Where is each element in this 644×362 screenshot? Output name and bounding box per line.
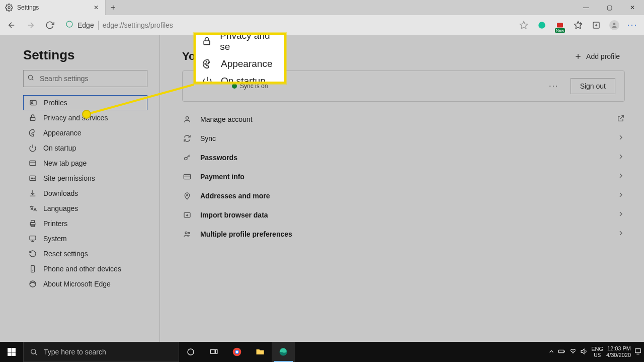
divider — [98, 21, 99, 30]
settings-row-manage-account[interactable]: Manage account — [182, 110, 625, 129]
close-window-button[interactable]: ✕ — [621, 0, 644, 15]
sidebar-item-label: Appearance — [43, 129, 82, 137]
key-icon — [182, 154, 192, 162]
callout-dot — [82, 110, 91, 119]
sidebar-item-new-tab-page[interactable]: New tab page — [23, 156, 147, 171]
avatar-icon — [609, 20, 619, 30]
svg-point-1 — [66, 21, 72, 27]
refresh-button[interactable] — [41, 17, 58, 34]
tab-title: Settings — [17, 4, 92, 11]
sidebar-item-phone-and-other-devices[interactable]: Phone and other devices — [23, 261, 147, 276]
lang-code[interactable]: ENG — [591, 346, 603, 352]
people-icon — [182, 230, 192, 238]
minimize-button[interactable]: — — [575, 0, 598, 15]
svg-rect-62 — [635, 349, 641, 353]
address-bar[interactable]: Edge edge://settings/profiles — [60, 18, 513, 33]
browser-toolbar: Edge edge://settings/profiles New ··· — [0, 15, 644, 35]
svg-point-52 — [188, 349, 194, 355]
sign-out-button[interactable]: Sign out — [571, 78, 615, 94]
back-button[interactable] — [3, 17, 20, 34]
svg-rect-16 — [30, 117, 35, 120]
edge-taskbar-icon[interactable] — [272, 342, 295, 362]
forward-button[interactable] — [22, 17, 39, 34]
svg-point-3 — [538, 22, 545, 29]
settings-row-payment-info[interactable]: Payment info — [182, 167, 625, 186]
settings-row-multiple-profile-preferences[interactable]: Multiple profile preferences — [182, 225, 625, 244]
row-label: Multiple profile preferences — [200, 230, 292, 238]
cortana-icon[interactable] — [179, 342, 202, 362]
search-input[interactable] — [23, 70, 147, 87]
more-menu-button[interactable]: ··· — [624, 17, 641, 34]
settings-row-addresses-and-more[interactable]: Addresses and more — [182, 186, 625, 205]
sidebar-item-languages[interactable]: Languages — [23, 201, 147, 216]
svg-point-12 — [28, 75, 32, 79]
sidebar-item-label: Printers — [43, 220, 67, 228]
volume-icon[interactable] — [580, 347, 588, 356]
lang-region[interactable]: US — [594, 352, 601, 358]
close-tab-button[interactable]: ✕ — [92, 4, 100, 12]
lock-icon — [28, 113, 37, 122]
maximize-button[interactable]: ▢ — [598, 0, 621, 15]
card-icon — [182, 173, 192, 181]
settings-row-import-browser-data[interactable]: Import browser data — [182, 205, 625, 225]
chevron-right-icon — [617, 229, 625, 239]
extension-lastpass-icon[interactable]: New — [551, 17, 569, 34]
tray-chevron-icon[interactable] — [548, 348, 555, 356]
browser-tab[interactable]: Settings ✕ — [0, 0, 106, 15]
taskbar-search[interactable]: Type here to search — [23, 342, 179, 362]
chevron-right-icon — [617, 172, 625, 182]
svg-rect-38 — [184, 174, 190, 179]
profile-more-button[interactable]: ··· — [546, 82, 561, 91]
svg-rect-18 — [30, 161, 36, 165]
svg-point-43 — [188, 232, 190, 234]
notifications-icon[interactable] — [634, 347, 642, 356]
sidebar-item-reset-settings[interactable]: Reset settings — [23, 246, 147, 261]
row-label: Addresses and more — [200, 192, 270, 200]
clock[interactable]: 12:03 PM 4/30/2020 — [606, 345, 631, 358]
sidebar-item-downloads[interactable]: Downloads — [23, 186, 147, 201]
chrome-icon[interactable] — [225, 342, 249, 362]
taskview-icon[interactable] — [202, 342, 225, 362]
system-icon — [28, 234, 37, 243]
sidebar-item-site-permissions[interactable]: Site permissions — [23, 171, 147, 186]
import-icon — [182, 211, 192, 219]
battery-icon[interactable] — [558, 347, 566, 356]
sync-icon — [182, 134, 192, 142]
sidebar-item-about-microsoft-edge[interactable]: About Microsoft Edge — [23, 276, 147, 292]
favorite-star-icon[interactable] — [515, 17, 532, 34]
start-button[interactable] — [0, 342, 23, 362]
favorites-button[interactable] — [570, 17, 587, 34]
edge-icon — [28, 279, 37, 288]
sidebar-item-printers[interactable]: Printers — [23, 216, 147, 231]
sidebar-item-appearance[interactable]: Appearance — [23, 125, 147, 140]
collections-button[interactable] — [588, 17, 605, 34]
profile-button[interactable] — [606, 17, 623, 34]
callout-row-3: On startup — [221, 76, 266, 84]
new-tab-button[interactable]: + — [106, 0, 121, 15]
palette-icon — [202, 58, 213, 69]
sidebar-item-profiles[interactable]: Profiles — [23, 95, 147, 110]
sidebar-item-label: New tab page — [43, 159, 87, 167]
sync-on-icon — [232, 84, 237, 89]
content-area: Settings ProfilesPrivacy and servicesApp… — [0, 35, 644, 342]
reset-icon — [28, 249, 37, 258]
svg-point-15 — [32, 102, 33, 103]
sidebar-item-label: Profiles — [44, 99, 67, 107]
svg-point-42 — [185, 232, 187, 234]
add-profile-button[interactable]: Add profile — [569, 49, 625, 63]
system-tray: ENG US 12:03 PM 4/30/2020 — [548, 342, 644, 362]
sidebar-item-on-startup[interactable]: On startup — [23, 140, 147, 156]
new-badge: New — [555, 28, 565, 33]
settings-row-passwords[interactable]: Passwords — [182, 148, 625, 167]
svg-point-40 — [187, 194, 188, 196]
wifi-icon[interactable] — [569, 347, 577, 356]
chevron-right-icon — [617, 191, 625, 201]
sidebar-item-system[interactable]: System — [23, 231, 147, 246]
person-icon — [182, 115, 192, 123]
extension-grammarly-icon[interactable] — [533, 17, 550, 34]
file-explorer-icon[interactable] — [249, 342, 272, 362]
settings-row-sync[interactable]: Sync — [182, 129, 625, 148]
taskbar-search-placeholder: Type here to search — [44, 348, 106, 356]
svg-point-45 — [205, 63, 206, 64]
callout-row-1: Privacy and se — [220, 33, 278, 52]
